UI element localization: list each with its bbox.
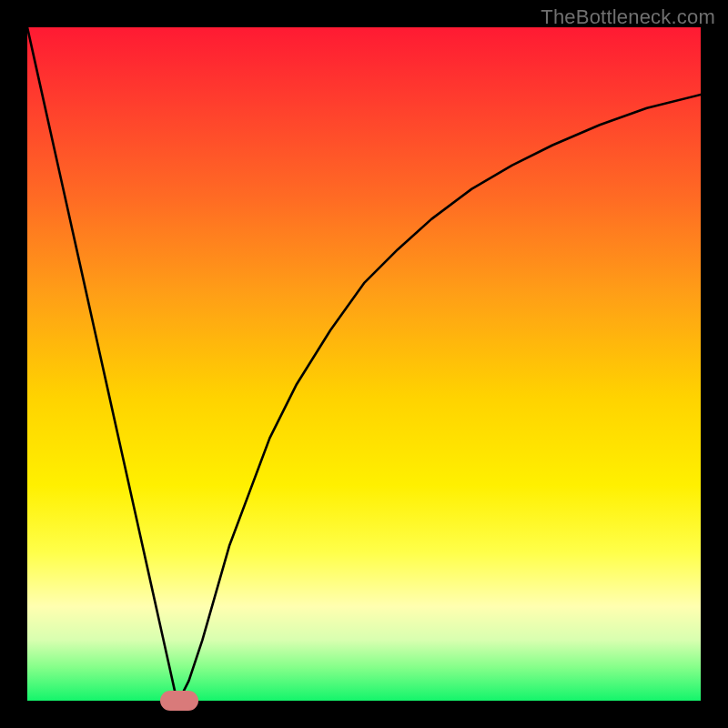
attribution-text: TheBottleneck.com: [541, 5, 715, 29]
optimal-point-marker: [160, 691, 198, 711]
plot-area: [27, 27, 701, 701]
chart-frame: TheBottleneck.com: [0, 0, 728, 728]
bottleneck-curve: [27, 27, 701, 701]
